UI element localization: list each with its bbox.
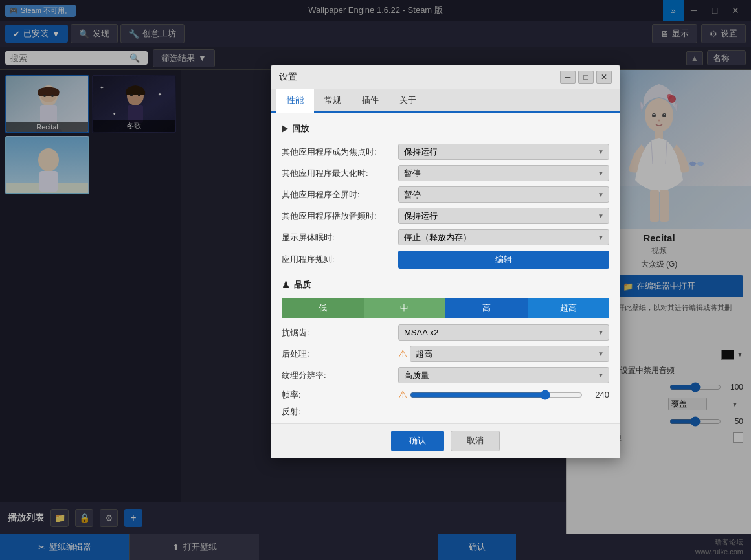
maximize-select[interactable]: 暂停 xyxy=(398,165,609,181)
quality-tab-ultra[interactable]: 超高 xyxy=(528,298,610,318)
dialog-content: 回放 其他应用程序成为焦点时: 保持运行 其他应用程序最大化时: 暂停 xyxy=(271,113,620,423)
warning-icon-fps: ⚠ xyxy=(398,388,407,401)
texture-select-wrap: 高质量 xyxy=(398,367,609,383)
tab-about[interactable]: 关于 xyxy=(389,89,427,111)
tab-plugins[interactable]: 插件 xyxy=(352,89,389,111)
fps-slider-wrap: 240 xyxy=(410,390,609,400)
warning-icon-postprocess: ⚠ xyxy=(398,348,407,360)
sleep-label: 显示屏休眠时: xyxy=(282,232,398,243)
person-icon: ♟ xyxy=(282,280,290,290)
quality-tab-mid[interactable]: 中 xyxy=(364,298,446,318)
dialog-cancel-btn[interactable]: 取消 xyxy=(451,431,500,451)
maximize-select-wrap: 暂停 xyxy=(398,165,609,181)
audio-select[interactable]: 保持运行 xyxy=(398,208,609,224)
texture-select[interactable]: 高质量 xyxy=(398,367,609,383)
quality-tabs: 低 中 高 超高 xyxy=(282,298,609,318)
setting-row-focus: 其他应用程序成为焦点时: 保持运行 xyxy=(282,144,609,160)
sleep-select[interactable]: 停止（释放内存） xyxy=(398,229,609,245)
dialog-ok-btn[interactable]: 确认 xyxy=(391,431,444,451)
postprocess-select-wrap: 超高 xyxy=(410,346,609,362)
settings-dialog: 设置 ─ □ ✕ 性能 常规 插件 关于 回放 其他应用程序成为焦点时: xyxy=(271,65,620,458)
focus-select-wrap: 保持运行 xyxy=(398,144,609,160)
dialog-close-btn[interactable]: ✕ xyxy=(596,71,612,84)
reflection-label: 反射: xyxy=(282,406,398,418)
tab-performance[interactable]: 性能 xyxy=(276,89,314,113)
dialog-minimize-btn[interactable]: ─ xyxy=(560,71,576,84)
play-triangle-icon xyxy=(282,125,288,133)
fullscreen-label: 其他应用程序全屏时: xyxy=(282,189,398,201)
sleep-select-wrap: 停止（释放内存） xyxy=(398,229,609,245)
setting-row-audio: 其他应用程序播放音频时: 保持运行 xyxy=(282,208,609,224)
setting-row-postprocess: 后处理: ⚠ 超高 xyxy=(282,346,609,362)
aa-select-wrap: MSAA x2 xyxy=(398,324,609,341)
rules-edit-btn[interactable]: 编辑 xyxy=(398,251,609,269)
fullscreen-select[interactable]: 暂停 xyxy=(398,186,609,203)
fps-slider[interactable] xyxy=(410,390,583,400)
fullscreen-select-wrap: 暂停 xyxy=(398,186,609,203)
fps-tooltip: 高 FPS 可能会降低电脑的运行速度！这可不是开玩笑，您设置的 FPS 太高了🔥… xyxy=(398,423,592,423)
dialog-titlebar: 设置 ─ □ ✕ xyxy=(271,65,620,89)
setting-row-sleep: 显示屏休眠时: 停止（释放内存） xyxy=(282,229,609,245)
maximize-label: 其他应用程序最大化时: xyxy=(282,168,398,179)
postprocess-label: 后处理: xyxy=(282,348,398,360)
rules-label: 应用程序规则: xyxy=(282,254,398,265)
quality-section-header: ♟ 品质 xyxy=(282,276,609,293)
tab-general[interactable]: 常规 xyxy=(314,89,352,111)
quality-tab-high[interactable]: 高 xyxy=(445,298,528,318)
dialog-overlay: 设置 ─ □ ✕ 性能 常规 插件 关于 回放 其他应用程序成为焦点时: xyxy=(0,0,751,560)
aa-select[interactable]: MSAA x2 xyxy=(398,324,609,341)
dialog-bottom: 确认 取消 xyxy=(271,423,620,458)
aa-label: 抗锯齿: xyxy=(282,327,398,339)
dialog-maximize-btn[interactable]: □ xyxy=(578,71,594,84)
focus-label: 其他应用程序成为焦点时: xyxy=(282,146,398,158)
quality-tab-low[interactable]: 低 xyxy=(282,298,364,318)
fps-value: 240 xyxy=(587,390,609,399)
setting-row-reflection: 反射: xyxy=(282,406,609,418)
fps-label: 帧率: xyxy=(282,389,398,401)
setting-row-texture: 纹理分辨率: 高质量 xyxy=(282,367,609,383)
setting-row-rules: 应用程序规则: 编辑 xyxy=(282,251,609,269)
setting-row-maximize: 其他应用程序最大化时: 暂停 xyxy=(282,165,609,181)
audio-select-wrap: 保持运行 xyxy=(398,208,609,224)
setting-row-aa: 抗锯齿: MSAA x2 xyxy=(282,324,609,341)
texture-label: 纹理分辨率: xyxy=(282,370,398,381)
audio-label: 其他应用程序播放音频时: xyxy=(282,210,398,222)
setting-row-fps: 帧率: ⚠ 240 xyxy=(282,388,609,401)
dialog-tabs: 性能 常规 插件 关于 xyxy=(271,89,620,113)
playback-section-header: 回放 xyxy=(282,120,609,137)
dialog-title: 设置 xyxy=(279,71,297,83)
focus-select[interactable]: 保持运行 xyxy=(398,144,609,160)
dialog-controls: ─ □ ✕ xyxy=(560,71,612,84)
setting-row-fullscreen: 其他应用程序全屏时: 暂停 xyxy=(282,186,609,203)
postprocess-select[interactable]: 超高 xyxy=(410,346,609,362)
